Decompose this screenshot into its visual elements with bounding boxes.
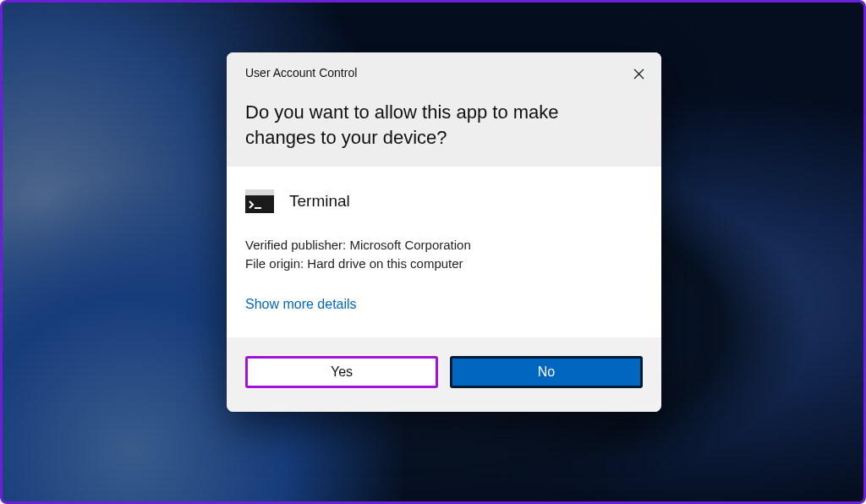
svg-rect-3 <box>245 189 274 195</box>
app-metadata: Verified publisher: Microsoft Corporatio… <box>245 236 643 273</box>
dialog-header: User Account Control Do you want to allo… <box>227 52 661 167</box>
publisher-line: Verified publisher: Microsoft Corporatio… <box>245 236 643 255</box>
app-row: Terminal <box>245 187 643 216</box>
no-button[interactable]: No <box>450 356 643 388</box>
yes-button[interactable]: Yes <box>245 356 438 388</box>
dialog-question: Do you want to allow this app to make ch… <box>245 100 609 150</box>
show-more-details-link[interactable]: Show more details <box>245 297 357 312</box>
uac-dialog: User Account Control Do you want to allo… <box>227 52 661 412</box>
dialog-body: Terminal Verified publisher: Microsoft C… <box>227 167 661 337</box>
terminal-icon <box>245 187 274 216</box>
dialog-title: User Account Control <box>245 66 643 79</box>
app-name: Terminal <box>289 192 350 211</box>
close-button[interactable] <box>624 61 653 86</box>
dialog-actions: Yes No <box>227 337 661 412</box>
close-icon <box>633 68 644 79</box>
origin-line: File origin: Hard drive on this computer <box>245 255 643 273</box>
